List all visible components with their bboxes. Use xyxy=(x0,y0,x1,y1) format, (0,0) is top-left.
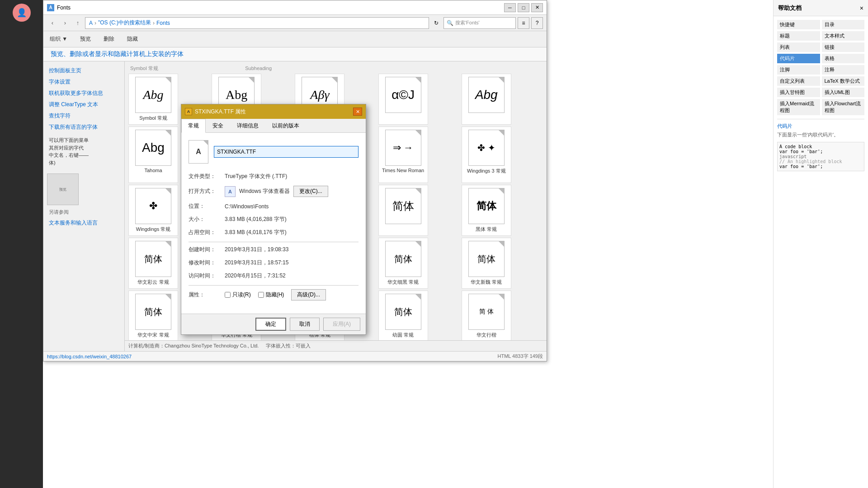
help-item-flowchart[interactable]: 插入Flowchart流程图 xyxy=(822,99,865,115)
close-button[interactable]: ✕ xyxy=(531,3,543,12)
minimize-button[interactable]: ─ xyxy=(504,3,516,12)
props-label-modified: 修改时间： xyxy=(189,259,225,267)
path-fonts-link[interactable]: Fonts xyxy=(156,20,170,26)
fonts-toolbar: 组织 ▼ 预览 删除 隐藏 xyxy=(43,31,547,47)
sidebar-find-char[interactable]: 查找字符 xyxy=(43,110,124,122)
help-snippet-desc: 下面显示一些'内联代码片'。 xyxy=(777,131,864,138)
props-footer: 确定 取消 应用(A) xyxy=(181,314,366,334)
preview-button[interactable]: 预览 xyxy=(77,34,94,44)
font-item-youyuan[interactable]: 简体 幼圆 常规 xyxy=(378,291,428,342)
props-label-size: 大小： xyxy=(189,216,225,223)
help-item-gantt[interactable]: 插入甘特图 xyxy=(777,88,820,97)
back-button[interactable]: ‹ xyxy=(47,18,58,28)
embed-info: 字体嵌入性：可嵌入 xyxy=(266,343,311,348)
sidebar-control-panel[interactable]: 控制面板主页 xyxy=(43,65,124,76)
font-item-huawenxinwei[interactable]: 简体 华文新魏 常规 xyxy=(462,238,511,289)
help-item-link[interactable]: 链接 xyxy=(822,42,865,52)
address-path[interactable]: A › "OS (C:)中的搜索结果 › Fonts xyxy=(85,17,429,29)
font-preview-huawenzhongsong: 简体 xyxy=(135,294,171,330)
organize-button[interactable]: 组织 ▼ xyxy=(47,34,70,44)
help-item-list[interactable]: 列表 xyxy=(777,42,820,52)
path-search-link[interactable]: "OS (C:)中的搜索结果 xyxy=(98,19,151,27)
sidebar-font-settings[interactable]: 字体设置 xyxy=(43,76,124,88)
props-content: A 文件类型： TrueType 字体文件 (.TTF) 打开方式： A Win… xyxy=(181,133,366,314)
sidebar-cleartype[interactable]: 调整 ClearType 文本 xyxy=(43,99,124,110)
props-confirm-button[interactable]: 确定 xyxy=(255,318,286,331)
props-row-size: 大小： 3.83 MB (4,016,288 字节) xyxy=(189,216,359,223)
props-hidden-checkbox[interactable]: 隐藏(H) xyxy=(258,291,284,299)
props-title-icon: A xyxy=(185,108,192,115)
props-apply-button[interactable]: 应用(A) xyxy=(323,318,360,331)
font-item-wingdings3[interactable]: ✤ ✦ Wingdings 3 常规 xyxy=(462,127,511,183)
font-item-4[interactable]: α©J xyxy=(378,74,428,125)
help-button[interactable]: ? xyxy=(531,17,543,29)
props-hidden-input[interactable] xyxy=(258,292,264,298)
help-item-footnote[interactable]: 注脚 xyxy=(777,65,820,75)
sidebar-online-fonts[interactable]: 联机获取更多字体信息 xyxy=(43,88,124,99)
help-item-shortcuts[interactable]: 快捷键 xyxy=(777,20,820,29)
font-item-tahoma[interactable]: Abg Tahoma xyxy=(128,127,178,183)
refresh-button[interactable]: ↻ xyxy=(431,18,442,28)
props-tab-previous[interactable]: 以前的版本 xyxy=(265,119,306,133)
maximize-button[interactable]: □ xyxy=(518,3,529,12)
props-readonly-input[interactable] xyxy=(225,292,231,298)
props-advanced-button[interactable]: 高级(D)... xyxy=(291,289,326,300)
forward-button[interactable]: › xyxy=(60,18,71,28)
sidebar-download-fonts[interactable]: 下载所有语言的字体 xyxy=(43,122,124,133)
font-item-huawenxingkai2[interactable]: 简 体 华文行楷 xyxy=(462,291,511,342)
help-item-textstyle[interactable]: 文本样式 xyxy=(822,31,865,41)
props-tab-general[interactable]: 常规 xyxy=(181,119,206,133)
props-readonly-checkbox[interactable]: 只读(R) xyxy=(225,291,251,299)
hide-button[interactable]: 隐藏 xyxy=(124,34,141,44)
props-value-location: C:\Windows\Fonts xyxy=(225,203,269,210)
help-snippet-section: 代码片 下面显示一些'内联代码片'。 A code block var foo … xyxy=(777,119,864,171)
help-item-toc[interactable]: 目录 xyxy=(822,20,865,29)
props-title-left: A STXINGKA.TTF 属性 xyxy=(185,108,246,116)
props-row-filetype: 文件类型： TrueType 字体文件 (.TTF) xyxy=(189,173,359,180)
help-item-table[interactable]: 表格 xyxy=(822,54,865,63)
font-item-huawenxihei[interactable]: 简体 华文细黑 常规 xyxy=(378,238,428,289)
up-button[interactable]: ↑ xyxy=(72,18,83,28)
help-item-customlist[interactable]: 自定义列表 xyxy=(777,76,820,86)
props-filename-input[interactable] xyxy=(214,146,359,158)
help-item-heading[interactable]: 标题 xyxy=(777,31,820,41)
font-item-symbol[interactable]: Abg Symbol 常规 xyxy=(128,74,178,125)
sidebar-text-service[interactable]: 文本服务和输入语言 xyxy=(43,217,124,229)
help-item-comment[interactable]: 注释 xyxy=(822,65,865,75)
props-row-openwith: 打开方式： A Windows 字体查看器 更改(C)... xyxy=(189,186,359,197)
props-cancel-button[interactable]: 取消 xyxy=(290,318,320,331)
help-item-uml[interactable]: 插入UML图 xyxy=(822,88,865,97)
props-change-button[interactable]: 更改(C)... xyxy=(293,186,328,197)
font-item-times[interactable]: ⇒ → Times New Roman xyxy=(378,127,428,183)
font-name-times: Times New Roman xyxy=(382,168,424,173)
view-toggle-button[interactable]: ≡ xyxy=(518,17,529,29)
font-name-wingdings: Wingdings 常规 xyxy=(136,226,170,233)
font-item-jianti1[interactable]: 简体 xyxy=(378,185,428,236)
props-value-modified: 2019年3月31日，18:57:15 xyxy=(225,259,288,267)
props-label-attributes: 属性： xyxy=(189,291,225,299)
props-tab-details[interactable]: 详细信息 xyxy=(230,119,265,133)
fonts-sidebar: 控制面板主页 字体设置 联机获取更多字体信息 调整 ClearType 文本 查… xyxy=(43,61,125,351)
help-item-latex[interactable]: LaTeX 数学公式 xyxy=(822,76,865,86)
font-item-5[interactable]: Abg xyxy=(462,74,511,125)
font-preview-tahoma: Abg xyxy=(135,130,171,166)
props-close-button[interactable]: ✕ xyxy=(353,108,362,116)
font-name-youyuan: 幼圆 常规 xyxy=(392,332,414,338)
path-drive-link[interactable]: A xyxy=(89,20,93,26)
help-item-snippet[interactable]: 代码片 xyxy=(777,54,820,63)
help-panel-close[interactable]: × xyxy=(860,5,863,12)
font-manager-statusbar: https://blog.csdn.net/weixin_48810267 HT… xyxy=(43,351,547,361)
font-item-heiti[interactable]: 简体 黑体 常规 xyxy=(462,185,511,236)
help-panel-title: 帮助文档 xyxy=(778,4,802,12)
help-panel: 帮助文档 × 快捷键 目录 标题 文本样式 列表 链接 代码片 表格 注脚 注释… xyxy=(773,0,868,488)
font-item-wingdings[interactable]: ✤ Wingdings 常规 xyxy=(128,185,178,236)
props-tab-security[interactable]: 安全 xyxy=(206,119,230,133)
font-item-huawenzhongsong[interactable]: 简体 华文中宋 常规 xyxy=(128,291,178,342)
font-name-huawenxingkai2: 华文行楷 xyxy=(476,332,496,338)
search-box[interactable]: 🔍 搜索'Fonts' xyxy=(443,17,516,29)
code-line-4: // An highlighted block xyxy=(779,159,862,164)
font-item-huawencaiyun[interactable]: 简体 华文彩云 常规 xyxy=(128,238,178,289)
font-preview-huawenxinwei: 简体 xyxy=(468,241,505,277)
delete-button[interactable]: 删除 xyxy=(101,34,117,44)
help-item-mermaid[interactable]: 插入Mermaid流程图 xyxy=(777,99,820,115)
